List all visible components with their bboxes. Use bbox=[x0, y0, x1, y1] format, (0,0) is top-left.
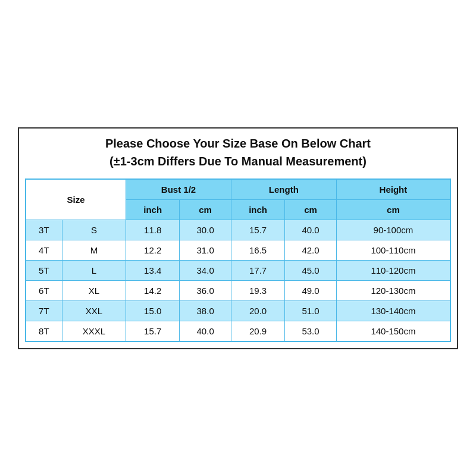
row-len-inch: 17.7 bbox=[231, 260, 284, 280]
height-cm-header: cm bbox=[336, 199, 450, 220]
row-height: 100-110cm bbox=[336, 240, 450, 260]
row-bust-inch: 15.7 bbox=[126, 321, 180, 342]
row-tag: 3T bbox=[26, 220, 62, 240]
title-line1: Please Choose Your Size Base On Below Ch… bbox=[105, 137, 371, 150]
row-len-inch: 16.5 bbox=[231, 240, 284, 260]
table-row: 3TS11.830.015.740.090-100cm bbox=[26, 220, 450, 240]
col-height: Height bbox=[336, 179, 450, 200]
row-tag: 4T bbox=[26, 240, 62, 260]
table-row: 4TM12.231.016.542.0100-110cm bbox=[26, 240, 450, 260]
col-length: Length bbox=[231, 179, 336, 200]
row-bust-cm: 30.0 bbox=[180, 220, 231, 240]
row-len-inch: 15.7 bbox=[231, 220, 284, 240]
row-tag: 5T bbox=[26, 260, 62, 280]
row-height: 110-120cm bbox=[336, 260, 450, 280]
row-bust-inch: 13.4 bbox=[126, 260, 180, 280]
chart-title: Please Choose Your Size Base On Below Ch… bbox=[25, 134, 451, 170]
row-bust-cm: 40.0 bbox=[180, 321, 231, 342]
height-cm-label: cm bbox=[387, 205, 400, 215]
row-height: 120-130cm bbox=[336, 280, 450, 300]
row-size: M bbox=[62, 240, 126, 260]
bust-inch-header: inch bbox=[126, 199, 180, 220]
row-bust-inch: 15.0 bbox=[126, 300, 180, 321]
row-tag: 6T bbox=[26, 280, 62, 300]
size-chart-container: Please Choose Your Size Base On Below Ch… bbox=[18, 127, 458, 349]
col-size: Size bbox=[26, 179, 126, 220]
row-height: 140-150cm bbox=[336, 321, 450, 342]
row-height: 130-140cm bbox=[336, 300, 450, 321]
bust-cm-label: cm bbox=[199, 205, 212, 215]
len-cm-header: cm bbox=[285, 199, 337, 220]
table-row: 8TXXXL15.740.020.953.0140-150cm bbox=[26, 321, 450, 342]
len-cm-label: cm bbox=[304, 205, 317, 215]
row-bust-cm: 31.0 bbox=[180, 240, 231, 260]
table-row: 7TXXL15.038.020.051.0130-140cm bbox=[26, 300, 450, 321]
row-len-cm: 53.0 bbox=[285, 321, 337, 342]
table-row: 5TL13.434.017.745.0110-120cm bbox=[26, 260, 450, 280]
bust-cm-header: cm bbox=[180, 199, 231, 220]
row-size: S bbox=[62, 220, 126, 240]
row-len-inch: 19.3 bbox=[231, 280, 284, 300]
len-inch-header: inch bbox=[231, 199, 284, 220]
row-tag: 8T bbox=[26, 321, 62, 342]
col-bust: Bust 1/2 bbox=[126, 179, 231, 200]
len-inch-label: inch bbox=[249, 205, 267, 215]
size-label: Size bbox=[67, 195, 85, 205]
row-len-cm: 40.0 bbox=[285, 220, 337, 240]
row-len-cm: 45.0 bbox=[285, 260, 337, 280]
row-len-inch: 20.9 bbox=[231, 321, 284, 342]
size-table: Size Bust 1/2 Length Height inch cm bbox=[25, 178, 451, 342]
row-len-cm: 42.0 bbox=[285, 240, 337, 260]
row-height: 90-100cm bbox=[336, 220, 450, 240]
row-bust-inch: 11.8 bbox=[126, 220, 180, 240]
row-bust-cm: 36.0 bbox=[180, 280, 231, 300]
row-tag: 7T bbox=[26, 300, 62, 321]
table-row: 6TXL14.236.019.349.0120-130cm bbox=[26, 280, 450, 300]
row-bust-cm: 34.0 bbox=[180, 260, 231, 280]
row-len-cm: 49.0 bbox=[285, 280, 337, 300]
row-bust-cm: 38.0 bbox=[180, 300, 231, 321]
row-size: XL bbox=[62, 280, 126, 300]
row-size: XXL bbox=[62, 300, 126, 321]
row-bust-inch: 14.2 bbox=[126, 280, 180, 300]
row-size: L bbox=[62, 260, 126, 280]
bust-label: Bust 1/2 bbox=[161, 184, 196, 195]
bust-inch-label: inch bbox=[143, 205, 162, 215]
row-size: XXXL bbox=[62, 321, 126, 342]
length-label: Length bbox=[269, 184, 299, 195]
row-len-cm: 51.0 bbox=[285, 300, 337, 321]
height-label: Height bbox=[380, 184, 408, 195]
row-len-inch: 20.0 bbox=[231, 300, 284, 321]
row-bust-inch: 12.2 bbox=[126, 240, 180, 260]
title-line2: (±1-3cm Differs Due To Manual Measuremen… bbox=[109, 155, 367, 168]
